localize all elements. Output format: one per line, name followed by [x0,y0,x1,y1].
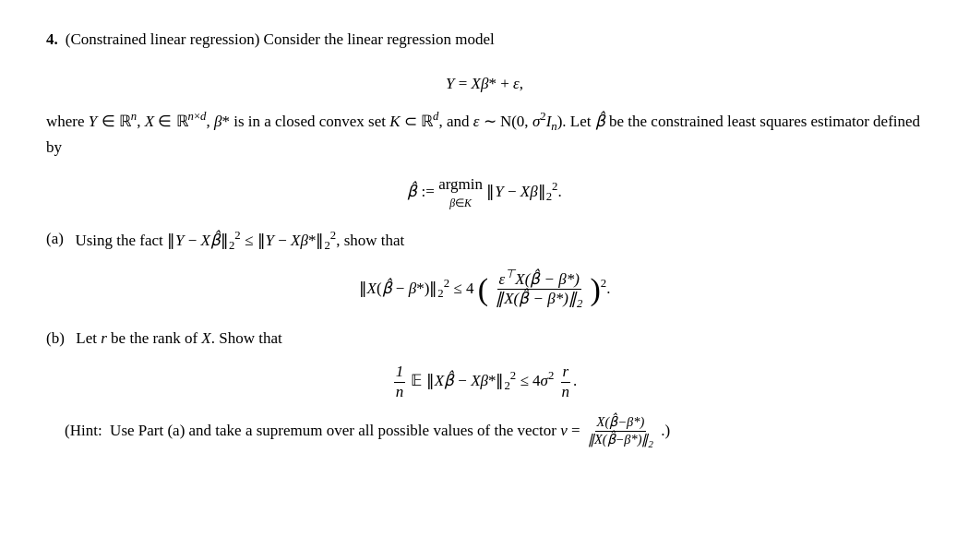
part-a-fraction: ε⊤X(β̂ − β*) ‖X(β̂ − β*)‖2 [494,268,584,312]
part-a-label: (a) [46,227,71,251]
part-b-equation: 1 n 𝔼 ‖Xβ̂ − Xβ*‖22 ≤ 4σ2 r n . [46,363,923,401]
r-over-n: r n [560,363,572,401]
main-equation: Y = Xβ* + ε, [46,72,923,96]
fraction-numerator: ε⊤X(β̂ − β*) [497,268,581,290]
left-paren: ( [478,272,488,306]
part-b-header: (b) Let r be the rank of X. Show that [46,327,923,351]
problem-description: where Y ∈ ℝn, X ∈ ℝn×d, β* is in a close… [46,108,923,449]
frac-den-n: n [394,383,406,401]
part-b-label: (b) [46,327,72,351]
problem-title: (Constrained linear regression) Consider… [66,28,923,52]
part-b-eq-text: 1 n 𝔼 ‖Xβ̂ − Xβ*‖22 ≤ 4σ2 r n . [392,363,578,401]
part-a-equation: ‖X(β̂ − β*)‖22 ≤ 4 ( ε⊤X(β̂ − β*) ‖X(β̂ … [46,268,923,312]
hint-fraction: X(β̂−β*) ‖X(β̂−β*)‖2 [586,414,655,449]
problem-header: 4. (Constrained linear regression) Consi… [46,28,923,52]
hint-frac-num: X(β̂−β*) [595,414,647,431]
part-b: (b) Let r be the rank of X. Show that 1 … [46,327,923,401]
frac-den-n2: n [560,383,572,401]
hint-block: (Hint: Use Part (a) and take a supremum … [46,414,923,449]
main-equation-text: Y = Xβ* + ε, [446,72,523,96]
part-a-eq-text: ‖X(β̂ − β*)‖22 ≤ 4 ( ε⊤X(β̂ − β*) ‖X(β̂ … [359,268,611,312]
frac-num-r: r [561,363,571,382]
one-over-n: 1 n [394,363,406,401]
description-text: where Y ∈ ℝn, X ∈ ℝn×d, β* is in a close… [46,108,923,160]
estimator-equation: β̂ := argmin β∈K ‖Y − Xβ‖22. [46,173,923,212]
fraction-denominator: ‖X(β̂ − β*)‖2 [494,290,584,312]
frac-num-1: 1 [394,363,406,382]
part-a: (a) Using the fact ‖Y − Xβ̂‖22 ≤ ‖Y − Xβ… [46,227,923,312]
hint-text: (Hint: Use Part (a) and take a supremum … [65,414,923,449]
argmin-label: argmin β∈K [438,173,483,212]
part-a-text: Using the fact ‖Y − Xβ̂‖22 ≤ ‖Y − Xβ*‖22… [75,227,404,255]
problem-container: 4. (Constrained linear regression) Consi… [46,28,923,449]
part-a-header: (a) Using the fact ‖Y − Xβ̂‖22 ≤ ‖Y − Xβ… [46,227,923,255]
hint-frac-den: ‖X(β̂−β*)‖2 [586,432,655,450]
part-b-text: Let r be the rank of X. Show that [76,327,281,351]
problem-number: 4. [46,28,58,52]
right-paren: ) [591,272,601,306]
estimator-eq-text: β̂ := argmin β∈K ‖Y − Xβ‖22. [407,173,561,212]
